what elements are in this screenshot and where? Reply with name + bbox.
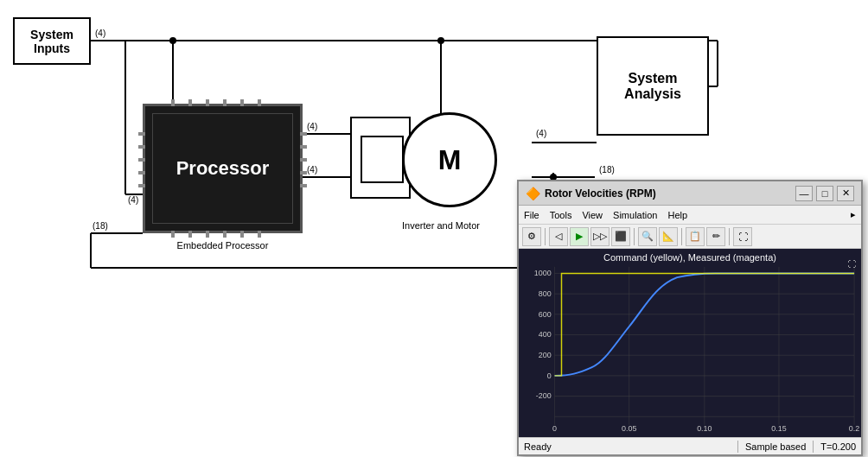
settings-button[interactable]: ⚙ (522, 227, 541, 246)
processor-label: Processor (176, 157, 270, 180)
svg-text:-200: -200 (536, 392, 552, 401)
rotor-menubar: File Tools View Simulation Help ▸ (519, 206, 861, 225)
svg-text:0: 0 (552, 425, 557, 434)
processor-caption: Embedded Processor (143, 240, 303, 251)
menu-arrow: ▸ (851, 209, 856, 220)
ff-button[interactable]: ▷▷ (590, 227, 610, 246)
menu-file[interactable]: File (524, 210, 539, 220)
rewind-button[interactable]: ◁ (549, 227, 568, 246)
svg-text:200: 200 (539, 351, 552, 359)
rotor-title: Rotor Velocities (RPM) (545, 187, 792, 200)
toolbar-sep2 (634, 228, 635, 245)
toolbar-sep3 (681, 228, 682, 245)
maximize-button[interactable]: □ (816, 186, 833, 201)
toolbar-sep4 (729, 228, 730, 245)
system-inputs-block: System Inputs (13, 17, 91, 65)
status-right: Sample based T=0.200 (737, 441, 856, 453)
svg-text:0.2: 0.2 (849, 425, 860, 434)
status-sample-based: Sample based (745, 441, 806, 452)
data-button[interactable]: 📋 (686, 227, 705, 246)
status-divider-2 (813, 441, 814, 453)
svg-text:⛶: ⛶ (848, 259, 857, 269)
minimize-button[interactable]: — (795, 186, 813, 201)
rotor-velocities-window[interactable]: 🔶 Rotor Velocities (RPM) — □ ✕ File Tool… (517, 180, 863, 456)
system-analysis-label: System Analysis (624, 71, 681, 102)
zoom-button[interactable]: 🔍 (638, 227, 657, 246)
close-button[interactable]: ✕ (837, 186, 854, 201)
chart-svg: 1000 800 600 400 200 0 -200 0 0.05 0.10 … (519, 249, 861, 437)
svg-text:800: 800 (539, 289, 552, 298)
svg-text:0.15: 0.15 (771, 425, 786, 434)
play-button[interactable]: ▶ (570, 227, 589, 246)
menu-tools[interactable]: Tools (550, 210, 572, 220)
svg-text:0: 0 (547, 371, 552, 380)
status-time: T=0.200 (820, 441, 856, 452)
system-analysis-block: System Analysis (597, 36, 709, 136)
scale-button[interactable]: 📐 (659, 227, 678, 246)
svg-text:1000: 1000 (534, 269, 552, 277)
svg-text:0.05: 0.05 (622, 425, 636, 434)
status-divider-1 (737, 441, 738, 453)
inverter-motor-group: M (350, 104, 532, 216)
expand-button[interactable]: ⛶ (733, 227, 752, 246)
stop-button[interactable]: ⬛ (611, 227, 630, 246)
menu-simulation[interactable]: Simulation (613, 210, 657, 220)
menu-view[interactable]: View (582, 210, 603, 220)
rotor-window-icon: 🔶 (526, 187, 539, 200)
edit-button[interactable]: ✏ (706, 227, 725, 246)
motor-circle: M (402, 112, 497, 207)
status-ready: Ready (524, 441, 552, 452)
rotor-titlebar: 🔶 Rotor Velocities (RPM) — □ ✕ (519, 181, 861, 206)
svg-text:600: 600 (539, 310, 552, 319)
inverter-caption: Inverter and Motor (350, 220, 532, 231)
motor-label: M (438, 144, 462, 176)
chart-area: Command (yellow), Measured (magenta) 100… (519, 249, 861, 437)
rotor-statusbar: Ready Sample based T=0.200 (519, 437, 861, 454)
processor-block: Processor (143, 104, 303, 233)
rotor-toolbar: ⚙ ◁ ▶ ▷▷ ⬛ 🔍 📐 📋 ✏ ⛶ (519, 225, 861, 249)
toolbar-sep1 (545, 228, 546, 245)
menu-help[interactable]: Help (667, 210, 687, 220)
system-inputs-label: System Inputs (30, 28, 73, 55)
svg-text:0.10: 0.10 (697, 425, 712, 434)
svg-text:400: 400 (539, 331, 552, 340)
